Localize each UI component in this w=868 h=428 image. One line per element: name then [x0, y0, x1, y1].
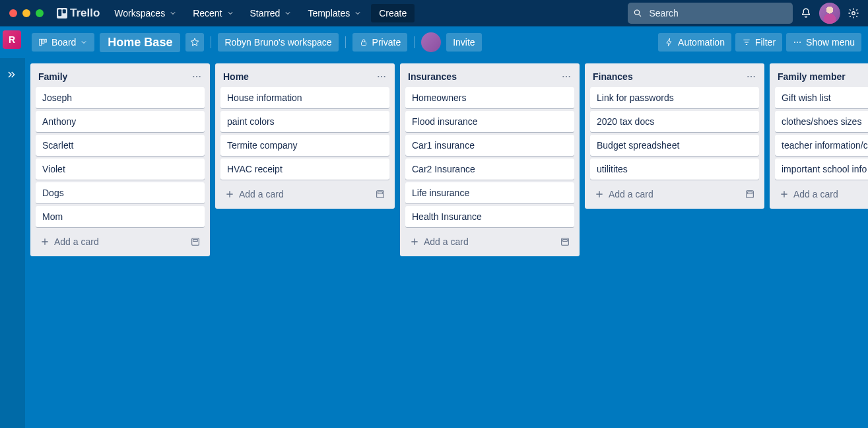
board-canvas[interactable]: FamilyJosephAnthonyScarlettVioletDogsMom… — [0, 58, 868, 428]
maximize-window-icon[interactable] — [36, 9, 44, 17]
chevron-down-icon — [226, 9, 234, 17]
card[interactable]: Health Insurance — [405, 206, 574, 227]
list: Family memberGift wish listclothes/shoes… — [770, 63, 868, 209]
svg-point-14 — [199, 76, 201, 77]
list-header: Home — [215, 63, 395, 87]
bell-icon — [800, 7, 812, 19]
list-menu-button[interactable] — [743, 69, 759, 85]
divider — [211, 36, 211, 48]
card[interactable]: Car2 Insurance — [405, 159, 574, 180]
card-template-button[interactable] — [186, 232, 205, 251]
show-menu-label: Show menu — [806, 37, 855, 48]
show-menu-button[interactable]: Show menu — [786, 33, 861, 52]
workspace-badge[interactable]: R — [3, 30, 21, 49]
card[interactable]: Mom — [36, 206, 205, 227]
card-template-button[interactable] — [741, 185, 759, 203]
card[interactable]: Flood insurance — [405, 111, 574, 132]
plus-icon — [224, 189, 235, 199]
workspace-link[interactable]: Robyn Bruno's workspace — [218, 33, 338, 52]
starred-label: Starred — [250, 8, 281, 18]
card[interactable]: Car1 insurance — [405, 135, 574, 156]
account-avatar[interactable] — [819, 3, 840, 24]
invite-button[interactable]: Invite — [446, 33, 481, 52]
minimize-window-icon[interactable] — [22, 9, 30, 17]
card[interactable]: Budget spreadsheet — [590, 135, 759, 156]
create-label: Create — [379, 8, 407, 18]
workspace-initial: R — [9, 34, 15, 45]
list: InsurancesHomeownersFlood insuranceCar1 … — [400, 63, 580, 256]
template-icon — [190, 236, 201, 247]
workspaces-label: Workspaces — [114, 8, 165, 18]
list-title[interactable]: Family — [38, 71, 67, 82]
list-title[interactable]: Home — [223, 71, 249, 82]
templates-label: Templates — [308, 8, 350, 18]
card[interactable]: Homeowners — [405, 87, 574, 108]
logo-text: Trello — [70, 7, 100, 20]
list-menu-button[interactable] — [189, 69, 205, 85]
board-view-switcher[interactable]: Board — [32, 33, 94, 52]
add-card-button[interactable]: Add a card — [36, 234, 186, 250]
card[interactable]: utilitites — [590, 159, 759, 180]
add-card-button[interactable]: Add a card — [220, 186, 371, 202]
add-card-button[interactable]: Add a card — [590, 186, 741, 202]
recent-menu[interactable]: Recent — [186, 4, 240, 22]
svg-rect-5 — [40, 39, 42, 45]
workspaces-menu[interactable]: Workspaces — [108, 4, 184, 22]
board-member-avatar[interactable] — [421, 32, 441, 52]
add-card-button[interactable]: Add a card — [405, 234, 556, 250]
star-board-button[interactable] — [185, 33, 204, 52]
list-footer: Add a card — [215, 181, 395, 209]
card[interactable]: important school info — [775, 159, 868, 180]
list-header: Family member — [770, 63, 868, 87]
divider — [414, 36, 415, 48]
card-template-button[interactable] — [556, 232, 574, 251]
automation-label: Automation — [678, 37, 725, 48]
filter-button[interactable]: Filter — [735, 33, 782, 52]
list-title[interactable]: Insurances — [408, 71, 457, 82]
svg-point-17 — [378, 76, 379, 77]
card[interactable]: Life insurance — [405, 182, 574, 203]
card[interactable]: teacher information/contacts — [775, 135, 868, 156]
settings-button[interactable] — [843, 3, 864, 24]
card[interactable]: Termite company — [220, 135, 389, 156]
search-field[interactable] — [628, 3, 793, 24]
automation-button[interactable]: Automation — [658, 33, 731, 52]
board-title[interactable]: Home Base — [100, 33, 180, 52]
add-card-button[interactable]: Add a card — [775, 186, 868, 202]
card[interactable]: House information — [220, 87, 389, 108]
more-horizontal-icon — [793, 38, 802, 47]
card[interactable]: Joseph — [36, 87, 205, 108]
svg-point-27 — [747, 76, 749, 77]
card[interactable]: Scarlett — [36, 135, 205, 156]
card[interactable]: Link for passwords — [590, 87, 759, 108]
notifications-button[interactable] — [795, 3, 817, 24]
card[interactable]: paint colors — [220, 111, 389, 132]
card[interactable]: Anthony — [36, 111, 205, 132]
card-template-button[interactable] — [371, 185, 389, 203]
board-bar: R Board Home Base Robyn Bruno's workspac… — [0, 26, 868, 58]
svg-point-29 — [754, 76, 755, 77]
list-title[interactable]: Family member — [778, 71, 846, 82]
starred-menu[interactable]: Starred — [244, 4, 299, 22]
list-menu-button[interactable] — [558, 69, 574, 85]
svg-rect-26 — [563, 240, 568, 242]
svg-rect-16 — [193, 240, 198, 242]
card[interactable]: 2020 tax docs — [590, 111, 759, 132]
card-container: House informationpaint colorsTermite com… — [215, 87, 395, 181]
card[interactable]: HVAC receipt — [220, 159, 389, 180]
list-footer: Add a card — [770, 181, 868, 209]
create-button[interactable]: Create — [371, 4, 415, 22]
list-title[interactable]: Finances — [593, 71, 633, 82]
card[interactable]: clothes/shoes sizes — [775, 111, 868, 132]
visibility-button[interactable]: Private — [352, 33, 408, 52]
search-input[interactable] — [648, 7, 787, 19]
add-card-label: Add a card — [54, 236, 99, 247]
trello-logo[interactable]: Trello — [51, 7, 105, 20]
filter-icon — [742, 38, 751, 47]
card[interactable]: Gift wish list — [775, 87, 868, 108]
close-window-icon[interactable] — [9, 9, 17, 17]
templates-menu[interactable]: Templates — [301, 4, 368, 22]
card[interactable]: Violet — [36, 159, 205, 180]
card[interactable]: Dogs — [36, 182, 205, 203]
list-menu-button[interactable] — [374, 69, 389, 85]
